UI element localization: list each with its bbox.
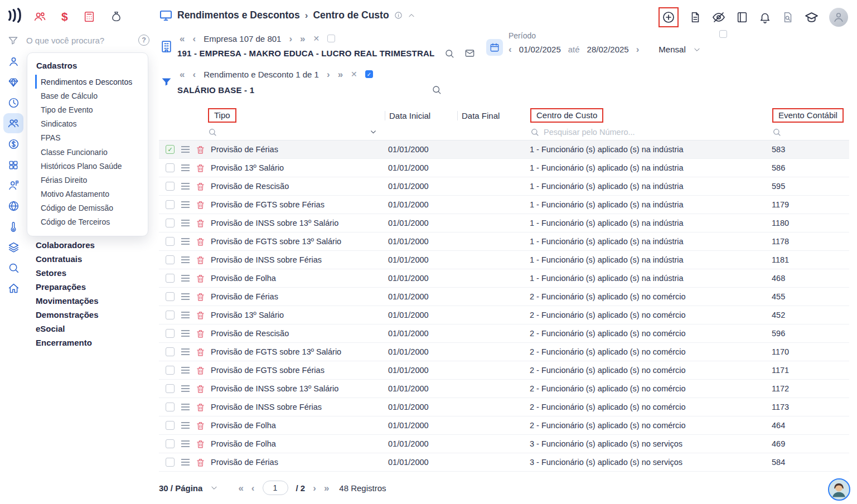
table-row[interactable]: Provisão 13º Salário 01/01/2000 2 - Func…: [159, 306, 849, 324]
row-checkbox[interactable]: [166, 458, 175, 467]
menu-item[interactable]: Férias Direito: [35, 173, 142, 187]
company-checkbox[interactable]: [327, 35, 335, 42]
row-checkbox[interactable]: [166, 421, 175, 430]
calendar-icon[interactable]: [486, 39, 503, 56]
centro-filter-input[interactable]: Pesquisar pelo Número...: [544, 128, 635, 137]
drag-handle-icon[interactable]: [181, 256, 190, 263]
header-evento-contabil[interactable]: Evento Contábil: [768, 108, 849, 123]
row-checkbox[interactable]: [166, 182, 175, 191]
drag-handle-icon[interactable]: [181, 201, 190, 208]
table-row[interactable]: Provisão de Folha 01/01/2000 1 - Funcion…: [159, 269, 849, 288]
company-first-button[interactable]: «: [180, 34, 185, 43]
user-avatar[interactable]: [829, 8, 848, 27]
table-row[interactable]: Provisão de FGTS sobre 13º Salário 01/01…: [159, 343, 849, 361]
row-checkbox[interactable]: [166, 200, 175, 209]
menu-item[interactable]: Base de Cálculo: [35, 89, 142, 103]
table-row[interactable]: Provisão de Rescisão 01/01/2000 2 - Func…: [159, 324, 849, 343]
period-mode-select[interactable]: Mensal: [659, 45, 685, 54]
record-prev-button[interactable]: ‹: [192, 70, 196, 79]
table-row[interactable]: Provisão de Folha 01/01/2000 2 - Funcion…: [159, 416, 849, 435]
row-checkbox[interactable]: [166, 439, 175, 448]
drag-handle-icon[interactable]: [181, 404, 190, 410]
menu-section-item[interactable]: Contratuais: [36, 252, 99, 266]
delete-row-icon[interactable]: [196, 219, 205, 228]
tipo-filter-chevron-icon[interactable]: [370, 128, 377, 135]
delete-row-icon[interactable]: [196, 200, 205, 210]
menu-section-item[interactable]: Demonstrações: [36, 308, 99, 322]
row-checkbox[interactable]: [166, 145, 175, 154]
record-search-icon[interactable]: [432, 85, 442, 95]
company-clear-icon[interactable]: ✕: [313, 35, 320, 42]
menu-section-item[interactable]: Setores: [36, 266, 99, 280]
sidebar-item-home-icon[interactable]: [3, 278, 23, 299]
record-checkbox[interactable]: [365, 70, 373, 78]
document-search-icon[interactable]: [782, 11, 794, 23]
delete-row-icon[interactable]: [196, 421, 205, 430]
tipo-filter-search-icon[interactable]: [208, 128, 217, 137]
row-checkbox[interactable]: [166, 366, 175, 375]
company-last-button[interactable]: »: [300, 34, 305, 43]
row-checkbox[interactable]: [166, 403, 175, 411]
menu-item[interactable]: Sindicatos: [35, 117, 142, 131]
centro-filter-search-icon[interactable]: [530, 128, 539, 137]
menu-section-item[interactable]: Encerramento: [36, 336, 99, 350]
menu-section-item[interactable]: Movimentações: [36, 294, 99, 308]
sidebar-item-metrics-icon[interactable]: [3, 216, 23, 237]
drag-handle-icon[interactable]: [181, 330, 190, 337]
delete-row-icon[interactable]: [196, 384, 205, 394]
company-prev-button[interactable]: ‹: [192, 34, 196, 43]
eye-off-icon[interactable]: [712, 11, 725, 24]
drag-handle-icon[interactable]: [181, 459, 190, 466]
sidebar-item-time-icon[interactable]: [3, 93, 23, 113]
delete-row-icon[interactable]: [196, 182, 205, 191]
drag-handle-icon[interactable]: [181, 385, 190, 392]
row-checkbox[interactable]: [166, 329, 175, 338]
delete-row-icon[interactable]: [196, 347, 205, 357]
sidebar-item-search-icon[interactable]: [3, 258, 23, 278]
row-checkbox[interactable]: [166, 237, 175, 246]
per-page-select[interactable]: 30 / Página: [159, 483, 202, 493]
drag-handle-icon[interactable]: [181, 146, 190, 153]
record-filter-icon[interactable]: [161, 76, 172, 88]
menu-item[interactable]: Rendimentos e Descontos: [35, 75, 142, 89]
row-checkbox[interactable]: [166, 163, 175, 172]
menu-item[interactable]: Históricos Plano Saúde: [35, 159, 142, 173]
breadcrumb-section[interactable]: Rendimentos e Descontos: [177, 9, 300, 21]
row-checkbox[interactable]: [166, 219, 175, 227]
row-checkbox[interactable]: [166, 311, 175, 319]
evento-filter-search-icon[interactable]: [772, 128, 849, 137]
sidebar-item-finance-icon[interactable]: [3, 134, 23, 154]
company-next-button[interactable]: ›: [289, 34, 292, 43]
page-number-input[interactable]: 1: [263, 481, 288, 495]
drag-handle-icon[interactable]: [181, 367, 190, 374]
table-row[interactable]: Provisão de INSS sobre 13º Salário 01/01…: [159, 214, 849, 232]
page-next-button[interactable]: ›: [313, 483, 316, 493]
support-chat-avatar[interactable]: [828, 478, 850, 501]
record-clear-icon[interactable]: ✕: [351, 70, 357, 78]
sidebar-item-layers-icon[interactable]: [3, 237, 23, 258]
page-prev-button[interactable]: ‹: [251, 483, 255, 493]
sidebar-item-web-icon[interactable]: [3, 196, 23, 216]
period-mode-chevron-icon[interactable]: [693, 46, 701, 54]
collapse-chevron-up-icon[interactable]: [408, 12, 415, 20]
payroll-dollar-icon[interactable]: $: [61, 11, 68, 22]
delete-row-icon[interactable]: [196, 329, 205, 338]
table-row[interactable]: Provisão de Rescisão 01/01/2000 1 - Func…: [159, 177, 849, 196]
table-row[interactable]: Provisão de INSS sobre Férias 01/01/2000…: [159, 251, 849, 269]
filter-icon[interactable]: [8, 35, 18, 46]
header-centro-de-custo[interactable]: Centro de Custo: [526, 108, 768, 123]
page-last-button[interactable]: »: [324, 483, 329, 493]
delete-row-icon[interactable]: [196, 255, 205, 265]
delete-row-icon[interactable]: [196, 403, 205, 412]
period-start-date[interactable]: 01/02/2025: [519, 45, 561, 54]
calculator-icon[interactable]: [83, 11, 95, 23]
period-next-button[interactable]: ›: [636, 45, 640, 54]
add-record-icon[interactable]: [662, 11, 675, 24]
menu-item[interactable]: Motivo Afastamento: [35, 187, 142, 201]
company-search-icon[interactable]: [444, 49, 454, 59]
row-checkbox[interactable]: [166, 292, 175, 301]
drag-handle-icon[interactable]: [181, 275, 190, 282]
document-icon[interactable]: [689, 11, 701, 23]
help-icon[interactable]: ?: [138, 35, 149, 46]
menu-section-item[interactable]: Colaboradores: [36, 238, 99, 252]
